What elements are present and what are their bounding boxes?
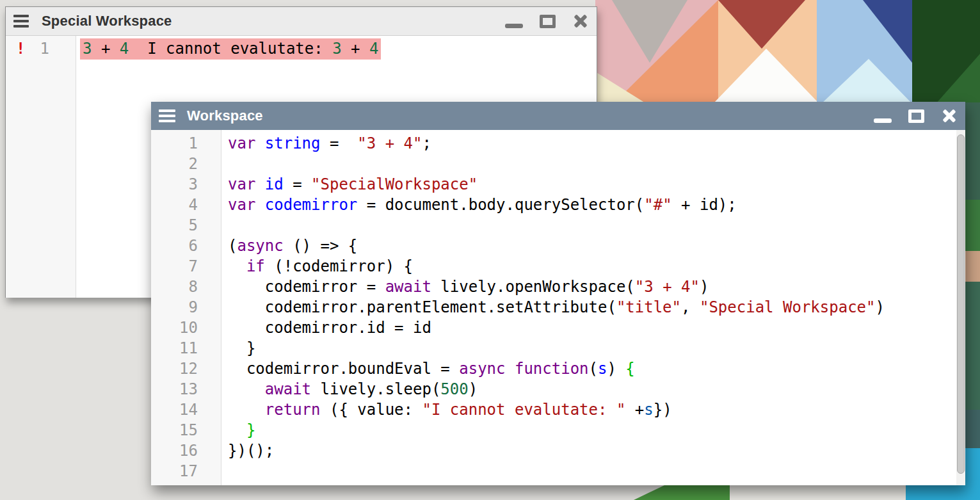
code-token: }	[228, 339, 255, 357]
gutter-line: 14	[151, 399, 221, 420]
code-token: "SpecialWorkspace"	[311, 175, 478, 193]
hamburger-icon[interactable]	[159, 109, 177, 122]
minimize-icon[interactable]	[505, 24, 523, 28]
code-token	[228, 257, 246, 275]
gutter-line: 8	[151, 277, 221, 297]
close-icon[interactable]	[572, 13, 589, 29]
code-token: codemirror.id = id	[228, 319, 431, 337]
code-token: s	[598, 360, 607, 378]
gutter-line: 17	[151, 461, 221, 481]
code-token: +	[92, 40, 119, 58]
code-line: var codemirror = document.body.querySele…	[228, 195, 965, 215]
code-token: var	[228, 134, 255, 152]
line-number: 2	[151, 154, 221, 174]
code-line: var id = "SpecialWorkspace"	[228, 174, 965, 195]
code-token: =	[321, 134, 358, 152]
code-token: "3 + 4"	[357, 134, 422, 152]
code-line: codemirror = await lively.openWorkspace(…	[228, 277, 965, 297]
gutter-line: 9	[151, 297, 221, 318]
code-token: I cannot evalutate:	[129, 40, 332, 58]
gutter-line: 12	[151, 359, 221, 379]
code-token: await	[265, 380, 311, 398]
code-token: 4	[120, 40, 129, 58]
code-token: 3	[332, 40, 341, 58]
code-line: if (!codemirror) {	[228, 256, 965, 277]
line-number: 15	[151, 420, 221, 440]
code-editor[interactable]: var string = "3 + 4";var id = "SpecialWo…	[221, 130, 965, 485]
code-line: 3 + 4 I cannot evalutate: 3 + 4	[83, 38, 597, 59]
window1-titlebar[interactable]: Special Workspace	[6, 7, 597, 36]
code-token: = document.body.querySelector(	[357, 196, 644, 214]
code-token: codemirror =	[228, 278, 385, 296]
line-number: 1	[151, 133, 221, 154]
code-token: {	[625, 360, 634, 378]
line-number: 7	[151, 256, 221, 277]
code-token: (!codemirror) {	[265, 257, 413, 275]
code-line: (async () => {	[228, 236, 965, 256]
code-token	[228, 401, 265, 419]
gutter-line: 6	[151, 236, 221, 256]
line-number: 9	[151, 297, 221, 318]
maximize-icon[interactable]	[540, 15, 556, 28]
code-line	[228, 461, 965, 481]
editor-gutter: 1234567891011121314151617	[151, 130, 221, 485]
code-token: "title"	[616, 298, 681, 316]
code-token: "I cannot evalutate: "	[422, 401, 625, 419]
code-token: var	[228, 175, 255, 193]
line-number: 3	[151, 174, 221, 195]
code-line: }	[228, 420, 965, 440]
line-number: 10	[151, 318, 221, 338]
window1-title: Special Workspace	[42, 13, 172, 29]
line-number: 14	[151, 399, 221, 420]
window2-title: Workspace	[187, 108, 263, 124]
line-number: 12	[151, 359, 221, 379]
code-token: =	[284, 175, 311, 193]
code-token: function	[515, 360, 589, 378]
code-token	[255, 134, 264, 152]
line-number: 13	[151, 379, 221, 399]
code-token: lively.sleep(	[311, 380, 440, 398]
code-token: })	[654, 401, 672, 419]
line-number: 11	[151, 338, 221, 359]
window2-titlebar[interactable]: Workspace	[151, 102, 965, 130]
code-token	[255, 175, 264, 193]
code-token: codemirror.parentElement.setAttribute(	[228, 298, 616, 316]
code-token	[255, 196, 264, 214]
code-line	[228, 215, 965, 236]
gutter-line: 16	[151, 440, 221, 461]
line-number: 8	[151, 277, 221, 297]
code-token: +	[342, 40, 369, 58]
code-token: 500	[440, 380, 468, 398]
code-line: }	[228, 338, 965, 359]
code-token: () => {	[284, 237, 358, 255]
gutter-line: 4	[151, 195, 221, 215]
scrollbar-thumb[interactable]	[957, 134, 965, 474]
code-token: 4	[369, 40, 378, 58]
code-line	[228, 154, 965, 174]
code-line: var string = "3 + 4";	[228, 133, 965, 154]
code-token	[228, 380, 265, 398]
code-token: return	[265, 401, 321, 419]
code-token: "3 + 4"	[635, 278, 700, 296]
gutter-line: !1	[6, 38, 76, 59]
scrollbar-track[interactable]	[956, 130, 965, 485]
close-icon[interactable]	[941, 108, 958, 124]
gutter-line: 2	[151, 154, 221, 174]
code-token: var	[228, 196, 255, 214]
code-token: ({ value:	[321, 401, 422, 419]
maximize-icon[interactable]	[908, 109, 924, 123]
code-token: + id);	[672, 196, 737, 214]
code-token: await	[385, 278, 431, 296]
minimize-icon[interactable]	[874, 118, 892, 123]
code-token	[228, 421, 246, 439]
code-line: })();	[228, 440, 965, 461]
hamburger-icon[interactable]	[13, 15, 31, 28]
code-token: (	[589, 360, 598, 378]
code-token: 3	[83, 40, 92, 58]
code-token: ;	[422, 134, 431, 152]
code-token: )	[875, 298, 884, 316]
gutter-line: 7	[151, 256, 221, 277]
code-token: async	[459, 360, 505, 378]
code-line: codemirror.parentElement.setAttribute("t…	[228, 297, 965, 318]
code-line: codemirror.id = id	[228, 318, 965, 338]
